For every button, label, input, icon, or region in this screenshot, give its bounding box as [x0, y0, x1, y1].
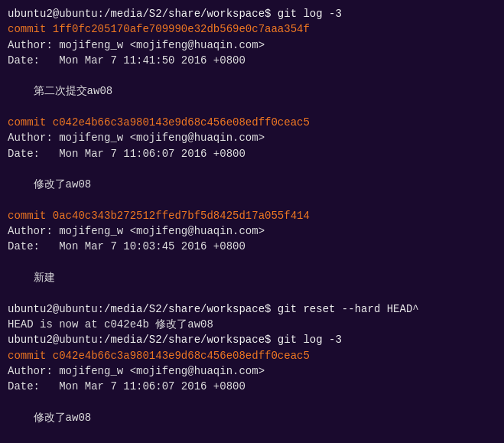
blank-7 — [8, 394, 496, 409]
date-3: Date: Mon Mar 7 10:03:45 2016 +0800 — [8, 239, 496, 254]
prompt-line-1: ubuntu2@ubuntu:/media/S2/share/workspace… — [8, 6, 496, 21]
message-3: 新建 — [8, 270, 496, 285]
blank-3 — [8, 161, 496, 177]
author-3: Author: mojifeng_w <mojifeng@huaqin.com> — [8, 223, 496, 239]
prompt-line-2: ubuntu2@ubuntu:/media/S2/share/workspace… — [8, 301, 496, 317]
author-2: Author: mojifeng_w <mojifeng@huaqin.com> — [8, 130, 496, 145]
head-msg: HEAD is now at c042e4b 修改了aw08 — [8, 317, 496, 332]
blank-6 — [8, 285, 496, 301]
date-4: Date: Mon Mar 7 11:06:07 2016 +0800 — [8, 379, 496, 394]
author-4: Author: mojifeng_w <mojifeng@huaqin.com> — [8, 363, 496, 379]
prompt-line-3: ubuntu2@ubuntu:/media/S2/share/workspace… — [8, 332, 496, 347]
blank-8 — [8, 425, 496, 441]
blank-5 — [8, 255, 496, 270]
blank-4 — [8, 193, 496, 208]
blank-1 — [8, 68, 496, 83]
blank-2 — [8, 99, 496, 115]
author-1: Author: mojifeng_w <mojifeng@huaqin.com> — [8, 37, 496, 53]
commit-hash-2: commit c042e4b66c3a980143e9d68c456e08edf… — [8, 115, 496, 130]
commit-hash-1: commit 1ff0fc205170afe709990e32db569e0c7… — [8, 21, 496, 37]
date-1: Date: Mon Mar 7 11:41:50 2016 +0800 — [8, 53, 496, 68]
commit-hash-4: commit c042e4b66c3a980143e9d68c456e08edf… — [8, 348, 496, 363]
commit-hash-3: commit 0ac40c343b272512ffed7bf5d8425d17a… — [8, 208, 496, 223]
terminal: ubuntu2@ubuntu:/media/S2/share/workspace… — [8, 6, 496, 443]
date-2: Date: Mon Mar 7 11:06:07 2016 +0800 — [8, 146, 496, 161]
message-4: 修改了aw08 — [8, 410, 496, 425]
message-1: 第二次提交aw08 — [8, 83, 496, 99]
message-2: 修改了aw08 — [8, 177, 496, 192]
